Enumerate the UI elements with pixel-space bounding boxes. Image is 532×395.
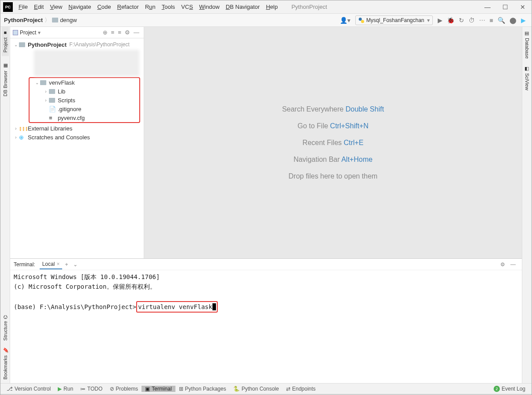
menu-help[interactable]: Help: [263, 4, 281, 10]
left-bottom-gutter: Structure ⌬ Bookmarks 🔖: [0, 258, 10, 383]
left-tool-gutter: Project ■ DB Browser ▦: [0, 27, 10, 258]
menu-vcs[interactable]: VCS: [178, 4, 196, 10]
tab-database[interactable]: ▤ Database: [523, 27, 531, 62]
tab-project[interactable]: Project ■: [2, 27, 9, 56]
breadcrumb-child[interactable]: dengw: [52, 17, 77, 23]
tab-db-browser[interactable]: DB Browser ▦: [1, 60, 9, 100]
run-button[interactable]: ▶: [435, 17, 445, 24]
right-tool-gutter: ▤ Database ◧ SciView: [522, 27, 532, 258]
ide-scripting-button[interactable]: ▶: [519, 17, 528, 24]
tree-venv-label: venvFlask: [49, 79, 75, 86]
breadcrumb: PythonProject 〉 dengw: [4, 16, 77, 24]
terminal-line: (c) Microsoft Corporation。保留所有权利。: [14, 282, 518, 291]
chevron-down-icon: ⌄: [13, 42, 19, 47]
run-config-selector[interactable]: Mysql_FoshanFangchan ▾: [355, 15, 432, 25]
tree-root-label: PythonProject: [28, 41, 67, 48]
terminal-prompt-line: (base) F:\Analysis\PythonProject>virtual…: [14, 301, 518, 313]
stop-button[interactable]: ■: [487, 17, 495, 24]
breadcrumb-child-label: dengw: [60, 17, 77, 23]
tree-scratches[interactable]: › ⊕ Scratches and Consoles: [10, 133, 144, 142]
tree-root[interactable]: ⌄ PythonProject F:\Analysis\PythonProjec…: [10, 40, 144, 49]
hide-panel-button[interactable]: —: [132, 29, 141, 36]
tree-pyvenv[interactable]: ≡ pyvenv.cfg: [30, 113, 139, 122]
attach-button[interactable]: ⋯: [477, 17, 487, 24]
close-icon[interactable]: ×: [56, 261, 60, 267]
tab-bookmarks[interactable]: Bookmarks 🔖: [1, 344, 9, 383]
menu-code[interactable]: Code: [94, 4, 114, 10]
window-minimize[interactable]: —: [479, 0, 496, 14]
tree-gitignore[interactable]: 📄 .gitignore: [30, 104, 139, 113]
menu-window[interactable]: Window: [196, 4, 223, 10]
debug-button[interactable]: 🐞: [445, 17, 457, 24]
app-logo: PC: [3, 2, 13, 12]
breadcrumb-root-label: PythonProject: [4, 17, 43, 23]
tree-root-path: F:\Analysis\PythonProject: [69, 41, 130, 48]
window-close[interactable]: ✕: [514, 0, 532, 14]
menu-refactor[interactable]: Refactor: [114, 4, 142, 10]
chevron-right-icon: ›: [13, 126, 19, 131]
tree-lib[interactable]: › Lib: [30, 87, 139, 96]
folder-icon: [49, 89, 55, 94]
hint-search-label: Search Everywhere: [282, 105, 344, 113]
svg-point-0: [359, 17, 362, 20]
terminal-header: Terminal: Local × + ⌄ ⚙ —: [10, 259, 522, 270]
tab-structure[interactable]: Structure ⌬: [1, 311, 9, 344]
tree-ext-lib[interactable]: › ⫿⫿⫿ External Libraries: [10, 124, 144, 133]
profile-button[interactable]: ⏱: [466, 17, 477, 24]
project-panel-title[interactable]: Project ▾: [13, 30, 41, 36]
breadcrumb-root[interactable]: PythonProject: [4, 17, 43, 23]
tool-version-control[interactable]: ⎇ Version Control: [3, 386, 54, 392]
tool-event-log[interactable]: 2 Event Log: [490, 386, 529, 392]
tool-run[interactable]: ▶ Run: [54, 386, 77, 392]
tool-todo[interactable]: ≔ TODO: [77, 386, 106, 392]
select-opened-file-button[interactable]: ⊕: [101, 29, 109, 36]
terminal-panel: Terminal: Local × + ⌄ ⚙ — Microsoft Wind…: [10, 258, 522, 383]
new-terminal-button[interactable]: +: [62, 261, 71, 268]
terminal-panel-label: Terminal:: [14, 261, 35, 268]
hint-nav-key: Alt+Home: [341, 156, 372, 163]
tool-python-console[interactable]: 🐍 Python Console: [230, 386, 283, 392]
blurred-content: [34, 50, 139, 76]
hint-search-key: Double Shift: [346, 105, 384, 113]
file-icon: ≡: [49, 115, 56, 121]
terminal-output[interactable]: Microsoft Windows [版本 10.0.19044.1706] (…: [10, 270, 522, 383]
right-bottom-gutter: [522, 258, 532, 383]
terminal-settings-button[interactable]: ⚙: [498, 261, 508, 268]
chevron-right-icon: ›: [13, 135, 19, 140]
menu-view[interactable]: View: [47, 4, 65, 10]
menu-tools[interactable]: Tools: [159, 4, 178, 10]
collapse-all-button[interactable]: ≡: [116, 29, 123, 36]
expand-all-button[interactable]: ≡: [109, 29, 116, 36]
tool-endpoints[interactable]: ⇄ Endpoints: [283, 386, 319, 392]
run-config-label: Mysql_FoshanFangchan: [366, 17, 424, 23]
tool-terminal[interactable]: ▣ Terminal: [141, 386, 175, 392]
sync-button[interactable]: ⬤: [507, 17, 519, 24]
folder-icon: [19, 42, 25, 47]
terminal-tab-local[interactable]: Local ×: [40, 260, 63, 269]
hint-drop-label: Drop files here to open them: [289, 172, 378, 180]
settings-button[interactable]: ⚙: [123, 29, 132, 36]
tab-sciview[interactable]: ◧ SciView: [523, 62, 531, 94]
menu-navigate[interactable]: Navigate: [65, 4, 94, 10]
tree-scripts[interactable]: › Scripts: [30, 96, 139, 104]
folder-icon: [40, 80, 46, 85]
menu-run[interactable]: Run: [142, 4, 159, 10]
menu-dbnav[interactable]: DB Navigator: [223, 4, 263, 10]
titlebar: PC File Edit View Navigate Code Refactor…: [0, 0, 532, 14]
menu-file[interactable]: File: [15, 4, 31, 10]
menu-edit[interactable]: Edit: [31, 4, 47, 10]
chevron-down-icon: ▾: [427, 17, 430, 23]
search-button[interactable]: 🔍: [495, 17, 507, 24]
chevron-down-icon: ⌄: [34, 80, 40, 85]
window-maximize[interactable]: ☐: [496, 0, 514, 14]
terminal-hide-button[interactable]: —: [508, 261, 518, 268]
folder-icon: [49, 98, 55, 103]
add-user-button[interactable]: 👤▾: [338, 17, 353, 24]
tool-problems[interactable]: ⊘ Problems: [106, 386, 142, 392]
terminal-dropdown[interactable]: ⌄: [71, 261, 80, 268]
tree-venv[interactable]: ⌄ venvFlask: [30, 78, 139, 87]
coverage-button[interactable]: ↻: [457, 17, 466, 24]
cursor-icon: [212, 303, 216, 310]
bottom-tool-bar: ⎇ Version Control ▶ Run ≔ TODO ⊘ Problem…: [0, 383, 532, 394]
tool-python-packages[interactable]: ⊞ Python Packages: [175, 386, 230, 392]
